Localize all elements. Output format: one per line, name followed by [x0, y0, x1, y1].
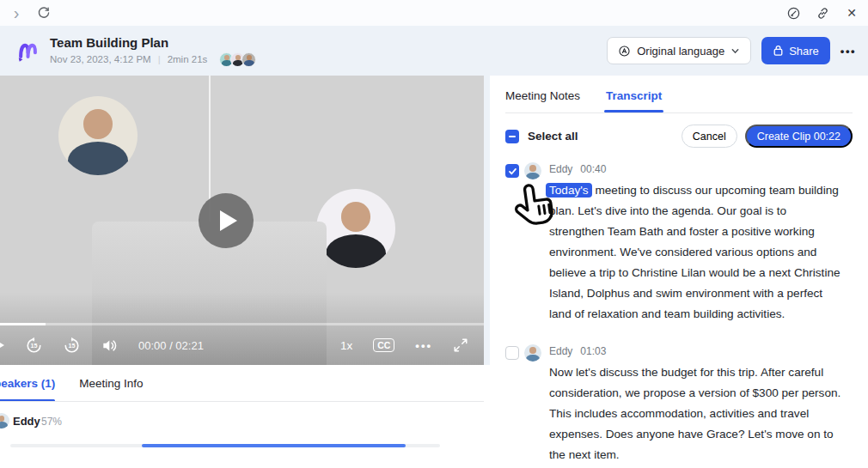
close-icon[interactable]: ✕ [844, 5, 859, 21]
create-clip-button[interactable]: Create Clip 00:22 [745, 125, 853, 148]
meta-divider: | [158, 54, 161, 64]
avatar[interactable] [524, 162, 541, 179]
skip-forward-15-icon[interactable]: 15 [63, 337, 81, 355]
check-icon [508, 167, 517, 176]
speaker-name: Eddy [13, 415, 40, 428]
translate-icon [618, 45, 631, 58]
svg-text:15: 15 [31, 343, 38, 349]
participant-avatars[interactable] [219, 52, 256, 67]
video-progress-bar[interactable] [0, 323, 484, 325]
share-button[interactable]: Share [761, 37, 830, 64]
playback-time: 00:00 / 02:21 [138, 339, 204, 352]
minutes-logo-icon [15, 38, 40, 64]
player-controls: 15 15 00:00 / 02:21 1x CC [0, 333, 484, 357]
header: Team Building Plan Nov 23, 2023, 4:12 PM… [0, 26, 868, 76]
tab-meeting-notes[interactable]: Meeting Notes [505, 89, 580, 112]
speaker-row[interactable]: Eddy 57% [0, 413, 484, 430]
video-progress-played [0, 323, 46, 325]
link-icon[interactable] [815, 5, 830, 21]
svg-text:15: 15 [69, 343, 76, 349]
fullscreen-icon[interactable] [453, 337, 468, 353]
more-options-button[interactable]: ••• [840, 45, 856, 58]
skip-back-15-icon[interactable]: 15 [25, 337, 43, 355]
player-more-button[interactable]: ••• [415, 339, 432, 352]
select-all-label: Select all [528, 130, 578, 143]
playback-speed-button[interactable]: 1x [340, 339, 352, 352]
forward-icon[interactable]: › [9, 5, 24, 21]
transcript-panel: Meeting Notes Transcript Select all Canc… [490, 76, 868, 468]
speaker-timeline-segment [142, 444, 406, 447]
tab-meeting-info[interactable]: Meeting Info [79, 365, 143, 402]
tab-transcript[interactable]: Transcript [606, 89, 662, 112]
tab-speakers[interactable]: Speakers (1) [0, 365, 55, 402]
entry-timestamp[interactable]: 01:03 [580, 345, 606, 357]
transcript-checkbox-unchecked[interactable] [505, 346, 519, 360]
play-icon [220, 210, 237, 231]
captions-button[interactable]: CC [373, 338, 394, 352]
participant-video-avatar-1 [58, 96, 138, 175]
transcript-entry: Eddy 00:40 Today's meeting to discuss ou… [505, 162, 853, 325]
highlighted-word[interactable]: Today's [546, 183, 592, 198]
transcript-checkbox-checked[interactable] [505, 164, 519, 178]
lock-icon [773, 45, 784, 57]
chevron-down-icon [730, 46, 740, 56]
language-selector[interactable]: Original language [607, 37, 751, 64]
participant-video-avatar-2 [316, 189, 395, 268]
language-selector-label: Original language [637, 45, 724, 58]
indeterminate-mark [509, 136, 516, 137]
reload-icon[interactable] [36, 5, 52, 21]
entry-speaker: Eddy [549, 345, 572, 357]
entry-text[interactable]: Today's meeting to discuss our upcoming … [549, 180, 842, 325]
entry-speaker: Eddy [549, 163, 572, 175]
volume-icon[interactable] [101, 337, 119, 355]
annotate-icon[interactable] [785, 5, 801, 21]
speaker-timeline[interactable] [10, 444, 440, 447]
avatar [0, 413, 9, 428]
panel-gap [484, 76, 490, 365]
speaker-percent: 57% [41, 416, 62, 428]
browser-bar: › ✕ [0, 0, 868, 26]
play-control-icon[interactable] [0, 338, 5, 352]
speakers-section: Speakers (1) Meeting Info Eddy 57% [0, 365, 484, 468]
share-button-label: Share [789, 45, 819, 58]
video-player[interactable]: 15 15 00:00 / 02:21 1x CC [0, 76, 484, 365]
entry-text[interactable]: Now let's discuss the budget for this tr… [549, 362, 842, 465]
page-title: Team Building Plan [50, 35, 256, 50]
play-button[interactable] [199, 193, 254, 248]
cancel-button[interactable]: Cancel [682, 125, 737, 148]
avatar [241, 52, 256, 67]
meeting-date: Nov 23, 2023, 4:12 PM [50, 54, 151, 64]
meeting-duration: 2min 21s [168, 54, 208, 64]
select-all-checkbox[interactable] [505, 130, 519, 143]
avatar[interactable] [524, 344, 541, 362]
entry-timestamp[interactable]: 00:40 [580, 163, 606, 175]
transcript-entry: Eddy 01:03 Now let's discuss the budget … [505, 344, 853, 465]
